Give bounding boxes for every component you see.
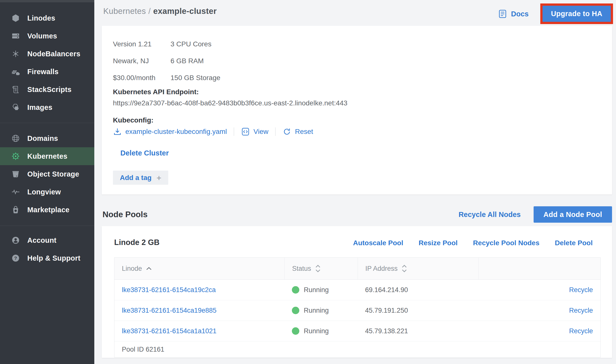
docs-link[interactable]: Docs (498, 9, 529, 19)
sidebar-item-label: Help & Support (27, 254, 80, 262)
linodes-icon (11, 13, 20, 23)
status-cell: Running (284, 307, 358, 314)
status-text: Running (304, 327, 329, 335)
sidebar-item-volumes[interactable]: Volumes (0, 27, 94, 45)
table-row: lke38731-62161-6154ca19e885 Running 45.7… (114, 300, 600, 321)
sidebar-item-images[interactable]: Images (0, 98, 94, 116)
sidebar-item-label: NodeBalancers (27, 50, 80, 58)
view-label: View (253, 128, 268, 136)
recycle-all-nodes-button[interactable]: Recycle All Nodes (459, 206, 521, 223)
ip-cell: 45.79.191.250 (358, 307, 478, 314)
sidebar-item-object-storage[interactable]: Object Storage (0, 165, 94, 183)
cluster-cpu: 3 CPU Cores (171, 40, 211, 48)
delete-cluster-button[interactable]: Delete Cluster (120, 147, 612, 159)
sidebar-item-account[interactable]: Account (0, 231, 94, 249)
breadcrumb-separator: / (148, 6, 151, 16)
marketplace-icon (11, 205, 20, 214)
kubeconfig-file-name: example-cluster-kubeconfig.yaml (125, 128, 227, 136)
node-link[interactable]: lke38731-62161-6154ca19c2ca (122, 286, 216, 294)
spec-row: $30.00/month 150 GB Storage (113, 69, 612, 86)
plus-icon: + (157, 174, 162, 182)
sidebar-item-linodes[interactable]: Linodes (0, 9, 94, 27)
recycle-pool-nodes-button[interactable]: Recycle Pool Nodes (473, 239, 540, 247)
sidebar-item-label: Longview (27, 188, 61, 196)
status-text: Running (304, 286, 329, 294)
sidebar-item-marketplace[interactable]: Marketplace (0, 201, 94, 219)
sidebar-divider (0, 226, 94, 226)
add-node-pool-button[interactable]: Add a Node Pool (534, 206, 612, 223)
add-tag-label: Add a tag (120, 174, 152, 182)
cluster-version: Version 1.21 (113, 40, 171, 48)
column-label: Status (292, 265, 311, 273)
status-cell: Running (284, 286, 358, 294)
node-cell: lke38731-62161-6154ca1a1021 (114, 327, 284, 335)
actions-cell: Recycle (478, 307, 600, 314)
actions-cell: Recycle (478, 327, 600, 335)
pool-actions: Autoscale Pool Resize Pool Recycle Pool … (353, 239, 593, 247)
breadcrumb: Kubernetes/example-cluster (103, 6, 217, 16)
table-row: lke38731-62161-6154ca19c2ca Running 69.1… (114, 280, 600, 300)
cluster-summary-card: Version 1.21 3 CPU Cores Newark, NJ 6 GB… (102, 26, 612, 194)
sidebar-item-stackscripts[interactable]: StackScripts (0, 81, 94, 98)
sidebar-nav: Linodes Volumes NodeBalancers Firewalls (0, 3, 94, 267)
cluster-storage: 150 GB Storage (171, 74, 220, 82)
kubeconfig-download-link[interactable]: example-cluster-kubeconfig.yaml (113, 127, 227, 136)
node-cell: lke38731-62161-6154ca19c2ca (114, 286, 284, 294)
longview-icon (11, 187, 20, 197)
delete-pool-button[interactable]: Delete Pool (555, 239, 593, 247)
recycle-node-button[interactable]: Recycle (569, 327, 593, 335)
cluster-price: $30.00/month (113, 74, 171, 82)
docs-icon (498, 9, 508, 19)
svg-text:?: ? (14, 256, 17, 261)
spec-row: Version 1.21 3 CPU Cores (113, 36, 612, 53)
column-label: Linode (122, 265, 142, 273)
column-header-linode[interactable]: Linode (114, 258, 284, 279)
recycle-node-button[interactable]: Recycle (569, 307, 593, 314)
column-header-ip-address[interactable]: IP Address (358, 258, 478, 279)
node-link[interactable]: lke38731-62161-6154ca19e885 (122, 307, 216, 314)
status-running-dot (292, 327, 299, 335)
sidebar-item-label: Volumes (27, 32, 57, 40)
divider (275, 127, 275, 136)
reset-icon (282, 127, 291, 136)
domains-icon (11, 134, 20, 143)
status-text: Running (304, 307, 329, 314)
help-icon: ? (11, 253, 20, 263)
status-running-dot (292, 307, 299, 314)
kubeconfig-view-button[interactable]: View (241, 127, 268, 136)
node-cell: lke38731-62161-6154ca19e885 (114, 307, 284, 314)
table-header: Linode Status IP Address (114, 258, 600, 280)
sidebar-divider (0, 123, 94, 123)
column-label: IP Address (365, 265, 398, 273)
sidebar-item-domains[interactable]: Domains (0, 129, 94, 147)
cluster-ram: 6 GB RAM (171, 57, 204, 65)
status-cell: Running (284, 327, 358, 335)
column-header-status[interactable]: Status (284, 258, 358, 279)
breadcrumb-kubernetes-link[interactable]: Kubernetes (103, 6, 146, 16)
volumes-icon (11, 31, 20, 41)
api-endpoint-label: Kubernetes API Endpoint: (113, 86, 612, 98)
ip-cell: 69.164.214.90 (358, 286, 478, 294)
sidebar-item-longview[interactable]: Longview (0, 183, 94, 201)
view-code-icon (241, 127, 250, 136)
upgrade-to-ha-highlight-box: Upgrade to HA (540, 3, 613, 24)
sidebar-item-nodebalancers[interactable]: NodeBalancers (0, 45, 94, 63)
sidebar-item-label: Firewalls (27, 68, 59, 76)
node-link[interactable]: lke38731-62161-6154ca1a1021 (122, 327, 216, 335)
recycle-node-button[interactable]: Recycle (569, 286, 593, 294)
sidebar-item-kubernetes[interactable]: Kubernetes (0, 147, 94, 165)
add-tag-button[interactable]: Add a tag + (113, 171, 168, 185)
resize-pool-button[interactable]: Resize Pool (419, 239, 458, 247)
divider (234, 127, 234, 136)
kubeconfig-reset-button[interactable]: Reset (282, 127, 313, 136)
object-storage-icon (11, 169, 20, 179)
upgrade-to-ha-button[interactable]: Upgrade to HA (543, 6, 611, 22)
images-icon (11, 103, 20, 112)
sidebar-item-firewalls[interactable]: Firewalls (0, 63, 94, 81)
sidebar-item-label: Object Storage (27, 170, 79, 178)
sidebar-item-help-support[interactable]: ? Help & Support (0, 249, 94, 267)
autoscale-pool-button[interactable]: Autoscale Pool (353, 239, 403, 247)
reset-label: Reset (295, 128, 313, 136)
node-pool-card: Linode 2 GB Autoscale Pool Resize Pool R… (102, 226, 612, 358)
download-icon (113, 127, 122, 136)
